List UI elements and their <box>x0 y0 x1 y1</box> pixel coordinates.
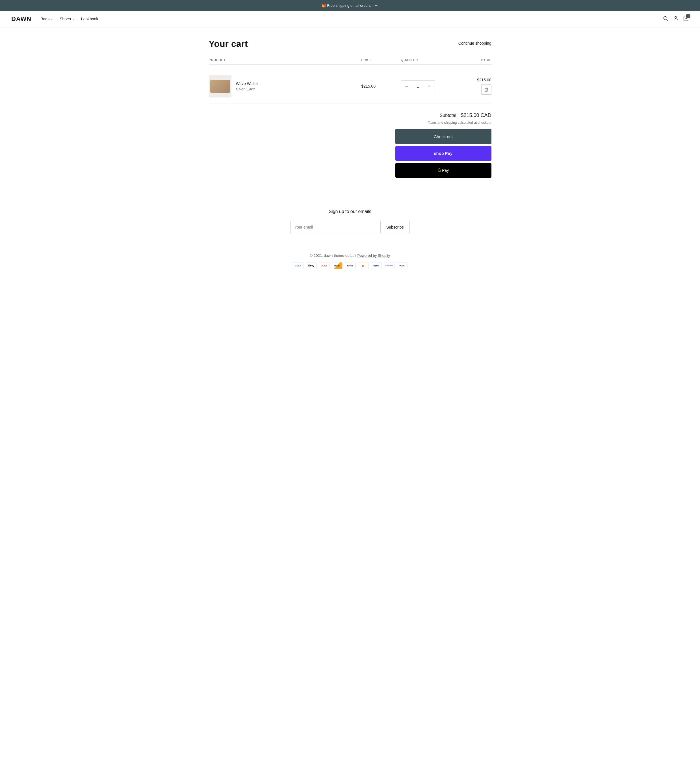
product-image-placeholder <box>210 80 230 93</box>
nav-item-shoes[interactable]: Shoes ⌄ <box>59 16 74 21</box>
subtotal-amount: $215.00 CAD <box>461 112 491 118</box>
paypal-icon: PayPal <box>371 262 382 269</box>
continue-shopping-link[interactable]: Continue shopping <box>458 39 491 46</box>
shop-pay-icon: ShopPay <box>384 262 395 269</box>
shop-pay-logo: shop Pay <box>434 151 453 156</box>
chevron-down-icon: ⌄ <box>51 18 53 21</box>
cart-summary: Subtotal $215.00 CAD Taxes and shipping … <box>209 112 491 178</box>
quantity-increase-button[interactable]: + <box>424 81 435 92</box>
quantity-stepper: − 1 + <box>401 80 435 92</box>
amex-icon: AMEX <box>293 262 303 269</box>
chevron-down-icon: ⌄ <box>72 18 74 21</box>
announcement-bar: 🎁 Free shipping on all orders! → <box>0 0 700 11</box>
quantity-control-wrapper: − 1 + <box>401 80 452 92</box>
g-letter-icon: G <box>438 168 441 173</box>
item-total: $215.00 <box>452 78 491 82</box>
subscribe-button[interactable]: Subscribe <box>380 221 410 234</box>
product-image <box>209 75 231 97</box>
account-icon[interactable] <box>673 16 679 23</box>
svg-point-2 <box>675 16 677 18</box>
logo[interactable]: DAWN <box>11 15 31 23</box>
email-input[interactable] <box>290 221 380 234</box>
announcement-text: 🎁 Free shipping on all orders! <box>321 3 372 8</box>
google-pay-logo: G Pay <box>438 168 449 173</box>
email-signup-title: Sign up to our emails <box>6 209 694 214</box>
col-total: TOTAL <box>452 58 491 62</box>
quantity-value: 1 <box>412 84 424 89</box>
item-price: $215.00 <box>361 84 401 89</box>
mastercard-icon: ●● <box>358 262 369 269</box>
quantity-decrease-button[interactable]: − <box>401 81 412 92</box>
product-details: Wave Wallet Color: Earth <box>236 81 258 91</box>
nav-item-bags[interactable]: Bags ⌄ <box>40 16 53 21</box>
cart-table-header: PRODUCT PRICE QUANTITY TOTAL <box>209 58 491 65</box>
visa-icon: VISA <box>397 262 407 269</box>
cart-icon[interactable]: 1 <box>683 16 689 23</box>
product-name: Wave Wallet <box>236 81 258 86</box>
header: DAWN Bags ⌄ Shoes ⌄ Lookbook <box>0 11 700 27</box>
subtotal-label: Subtotal <box>440 113 456 118</box>
col-quantity: QUANTITY <box>401 58 452 62</box>
taxes-note: Taxes and shipping calculated at checkou… <box>428 121 491 125</box>
svg-line-1 <box>667 19 668 21</box>
checkout-button[interactable]: Check out <box>395 129 491 144</box>
remove-item-button[interactable] <box>481 84 491 95</box>
footer-bottom: © 2021, dawn-theme-default Powered by Sh… <box>6 245 694 269</box>
main-content: Your cart Continue shopping PRODUCT PRIC… <box>203 27 497 195</box>
nav-item-lookbook[interactable]: Lookbook <box>81 16 98 21</box>
footer: Sign up to our emails Subscribe © 2021, … <box>0 195 700 280</box>
subtotal-row: Subtotal $215.00 CAD <box>440 112 491 118</box>
payment-icons: AMEX ⌘Pay DCLB DISC GPay ●● PayPal ShopP… <box>6 262 694 269</box>
table-row: Wave Wallet Color: Earth $215.00 − 1 + $… <box>209 69 491 104</box>
diners-icon: DCLB <box>319 262 329 269</box>
product-variant: Color: Earth <box>236 87 258 91</box>
main-nav: Bags ⌄ Shoes ⌄ Lookbook <box>40 16 98 21</box>
copyright: © 2021, dawn-theme-default Powered by Sh… <box>6 253 694 258</box>
discover-icon: DISC <box>332 262 343 269</box>
google-pay-icon: GPay <box>345 262 356 269</box>
search-icon[interactable] <box>663 16 668 23</box>
product-info: Wave Wallet Color: Earth <box>209 75 361 97</box>
cart-title: Your cart <box>209 39 248 49</box>
col-price: PRICE <box>361 58 401 62</box>
apple-pay-icon: ⌘Pay <box>306 262 316 269</box>
col-product: PRODUCT <box>209 58 361 62</box>
item-total-col: $215.00 <box>452 78 491 95</box>
powered-by-shopify-link[interactable]: Powered by Shopify <box>357 253 390 258</box>
header-left: DAWN Bags ⌄ Shoes ⌄ Lookbook <box>11 15 98 23</box>
cart-count-badge: 1 <box>686 14 690 18</box>
header-icons: 1 <box>663 16 689 23</box>
email-form: Subscribe <box>6 221 694 234</box>
announcement-arrow: → <box>374 3 379 8</box>
shop-pay-button[interactable]: shop Pay <box>395 146 491 161</box>
cart-header: Your cart Continue shopping <box>209 39 491 49</box>
google-pay-button[interactable]: G Pay <box>395 163 491 178</box>
svg-point-0 <box>664 16 667 20</box>
